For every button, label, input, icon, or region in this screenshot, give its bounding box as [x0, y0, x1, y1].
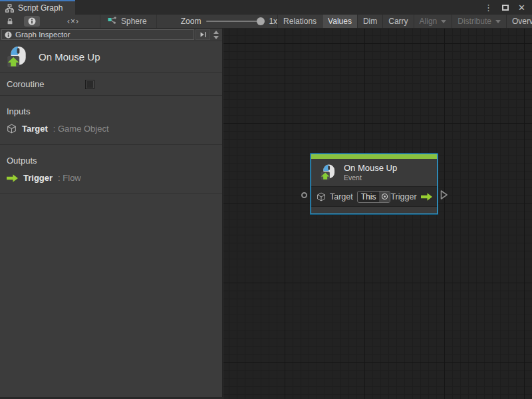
- scroll-down-icon[interactable]: [213, 36, 219, 39]
- game-object-cube-icon: [7, 124, 17, 134]
- trigger-port-group: Trigger: [390, 192, 432, 201]
- button-label: Relations: [283, 17, 317, 26]
- lock-icon: [6, 17, 14, 26]
- window-controls: ⋮ ✕: [484, 0, 532, 15]
- node-port-row: Target This Trigger: [311, 186, 437, 206]
- toolbar-button-relations[interactable]: Relations: [277, 15, 322, 28]
- port-type: : Game Object: [53, 124, 109, 134]
- lock-button[interactable]: [0, 15, 20, 28]
- target-value-field[interactable]: This: [357, 191, 391, 203]
- graph-inspector-panel: Graph Inspector On Mouse U: [0, 29, 223, 397]
- node-title: On Mouse Up: [344, 163, 397, 174]
- port-type: : Flow: [58, 173, 81, 183]
- coroutine-label: Coroutine: [7, 79, 85, 89]
- chevron-down-icon: [495, 20, 501, 23]
- target-port-label: Target: [330, 192, 353, 201]
- maximize-icon[interactable]: [502, 5, 509, 11]
- close-icon[interactable]: ✕: [518, 3, 525, 12]
- input-connection-port[interactable]: [301, 192, 307, 198]
- script-graph-icon: [5, 4, 14, 13]
- zoom-control: Zoom 1x: [157, 17, 277, 26]
- node-footer: [311, 206, 437, 213]
- inspected-node-title: On Mouse Up: [39, 51, 100, 63]
- toolbar-button-overview[interactable]: Overview: [506, 15, 532, 28]
- output-connection-port[interactable]: [440, 190, 448, 200]
- flow-arrow-icon: [421, 193, 432, 201]
- coroutine-checkbox[interactable]: [85, 80, 94, 89]
- dock-panel-button[interactable]: [196, 29, 210, 40]
- node-subtitle: Event: [344, 174, 397, 182]
- target-port-group: Target This: [317, 191, 390, 203]
- flow-arrow-icon: [7, 174, 18, 182]
- coroutine-row: Coroutine: [0, 73, 222, 95]
- button-label: Dim: [363, 17, 377, 26]
- zoom-level-value: 1x: [269, 17, 277, 26]
- scroll-up-icon[interactable]: [213, 31, 219, 34]
- toolbar-button-distribute[interactable]: Distribute: [452, 15, 506, 28]
- panel-scroll-spinner[interactable]: [211, 31, 221, 39]
- tab-script-graph[interactable]: Script Graph: [0, 0, 75, 15]
- button-label: Carry: [388, 17, 408, 26]
- toolbar-button-values[interactable]: Values: [322, 15, 357, 28]
- zoom-slider[interactable]: [206, 21, 263, 22]
- input-row-target: Target : Game Object: [0, 122, 222, 138]
- dock-right-icon: [199, 31, 207, 39]
- port-name: Trigger: [23, 173, 53, 183]
- window-menu-icon[interactable]: ⋮: [484, 3, 493, 12]
- chevron-down-icon: [441, 20, 446, 23]
- toolbar-button-align[interactable]: Align: [414, 15, 452, 28]
- port-name: Target: [22, 124, 48, 134]
- on-mouse-up-node[interactable]: On Mouse Up Event Target This: [311, 154, 438, 214]
- inputs-section: Inputs Target : Game Object: [0, 96, 222, 144]
- inspector-title: Graph Inspector: [15, 31, 70, 39]
- inspected-node-header: On Mouse Up: [0, 41, 222, 72]
- edit-source-button[interactable]: ‹×›: [47, 15, 100, 28]
- inspector-header-row: Graph Inspector: [0, 29, 222, 41]
- event-color-bar: [311, 154, 437, 159]
- toolbar-left-group: ‹×› Sphere Zoom 1x: [0, 15, 277, 28]
- outputs-heading: Outputs: [0, 150, 222, 172]
- button-label: Distribute: [458, 17, 491, 26]
- button-label: Values: [328, 17, 352, 26]
- trigger-port-label: Trigger: [390, 192, 416, 201]
- graph-toolbar: ‹×› Sphere Zoom 1x Relat: [0, 15, 532, 29]
- on-mouse-up-icon: [319, 164, 337, 182]
- button-label: Overview: [512, 17, 532, 26]
- outputs-section: Outputs Trigger : Flow: [0, 145, 222, 194]
- button-label: Align: [420, 17, 438, 26]
- node-titles: On Mouse Up Event: [344, 163, 397, 182]
- target-value: This: [358, 192, 380, 201]
- output-row-trigger: Trigger : Flow: [0, 172, 222, 187]
- zoom-label: Zoom: [181, 17, 201, 26]
- graph-owner-breadcrumb[interactable]: Sphere: [100, 15, 157, 28]
- code-brackets-icon: ‹×›: [53, 17, 94, 26]
- info-icon: [5, 31, 12, 39]
- tab-bar: Script Graph ⋮ ✕: [0, 0, 532, 15]
- inputs-heading: Inputs: [0, 101, 222, 122]
- toolbar-button-carry[interactable]: Carry: [382, 15, 413, 28]
- info-icon: [28, 17, 36, 25]
- toolbar-right-group: Relations Values Dim Carry Align Distrib…: [277, 15, 532, 28]
- inspector-toggle-button[interactable]: [24, 16, 40, 27]
- on-mouse-up-icon: [5, 45, 29, 69]
- node-header[interactable]: On Mouse Up Event: [311, 159, 437, 186]
- object-picker-button[interactable]: [379, 191, 390, 203]
- divider: [0, 194, 222, 194]
- tab-label: Script Graph: [18, 3, 63, 13]
- zoom-slider-thumb[interactable]: [257, 17, 265, 25]
- object-picker-icon: [381, 193, 388, 200]
- visual-script-icon: [107, 17, 117, 26]
- graph-canvas[interactable]: On Mouse Up Event Target This: [223, 29, 532, 399]
- unity-script-graph-window: Script Graph ⋮ ✕: [0, 0, 532, 399]
- toolbar-button-dim[interactable]: Dim: [357, 15, 382, 28]
- tab-bar-spacer: [75, 0, 484, 15]
- graph-owner-label: Sphere: [121, 17, 147, 26]
- inspector-title-box: Graph Inspector: [1, 29, 194, 40]
- game-object-cube-icon: [317, 192, 326, 201]
